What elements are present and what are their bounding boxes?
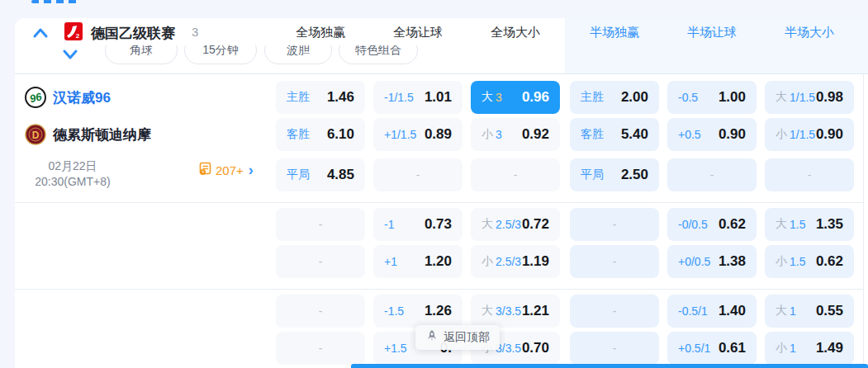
more-markets-link[interactable]: 207+ › [198, 160, 254, 180]
odds-cell[interactable]: -1/1.51.01 [373, 81, 462, 114]
league-match-count: 3 [192, 25, 198, 39]
odds-cell-empty: - [765, 158, 854, 191]
odds-value: 0.70 [522, 340, 549, 356]
over-under-label: 大 [776, 90, 787, 105]
odds-cell[interactable]: +1/1.50.89 [373, 118, 462, 151]
odds-cell-empty: - [276, 245, 365, 278]
over-under-line: 2.5/3 [496, 255, 521, 268]
odds-value: 0.98 [816, 89, 843, 106]
odds-cell-empty: - [570, 245, 659, 278]
odds-cell[interactable]: 大1/1.50.98 [765, 81, 854, 114]
filter-pill-corners[interactable]: 角球 [105, 45, 178, 64]
home-team-row[interactable]: 96 汉诺威96 [25, 81, 111, 114]
column-header-half-handicap[interactable]: 半场让球 [667, 25, 757, 40]
over-under-label: 小 [776, 341, 787, 356]
odds-value: 4.85 [327, 167, 354, 183]
table-right-divider [863, 74, 864, 368]
odds-cell[interactable]: 大2.5/30.72 [471, 208, 560, 241]
match-date: 02月22日 [21, 158, 124, 174]
odds-label: +0/0.5 [678, 255, 710, 268]
odds-cell[interactable]: 客胜6.10 [276, 118, 365, 151]
odds-cell-empty: - [667, 158, 757, 191]
odds-cell[interactable]: -1.51.26 [373, 295, 462, 328]
more-markets-count: 207+ [216, 163, 244, 177]
odds-label: 主胜 [287, 90, 310, 105]
odds-label: 平局 [581, 167, 604, 182]
back-to-top-button[interactable]: 返回顶部 [415, 325, 500, 350]
empty-dash: - [416, 168, 420, 182]
league-logo-icon: 2 [64, 22, 83, 40]
away-team-row[interactable]: D 德累斯顿迪纳摩 [25, 118, 151, 151]
odds-cell[interactable]: 大10.55 [765, 295, 854, 328]
odds-cell[interactable]: +11.20 [373, 245, 462, 278]
home-team-name[interactable]: 汉诺威96 [53, 88, 111, 107]
odds-value: 1.20 [425, 253, 452, 270]
over-under-label: 大 [776, 217, 787, 232]
odds-cell[interactable]: +0/0.51.38 [667, 245, 757, 278]
empty-dash: - [514, 168, 518, 182]
empty-dash: - [319, 342, 323, 355]
odds-cell[interactable]: 大1.51.35 [765, 208, 854, 241]
empty-dash: - [319, 218, 323, 231]
column-header-full-1x2[interactable]: 全场独赢 [276, 25, 365, 40]
filter-pill-correct-score[interactable]: 波胆 [264, 45, 332, 64]
over-under-label: 大 [481, 217, 493, 232]
filter-pill-15min[interactable]: 15分钟 [184, 45, 257, 64]
odds-cell[interactable]: 小30.92 [471, 118, 560, 151]
market-filter-band: 角球 15分钟 波胆 特色组合 [15, 45, 868, 74]
odds-value: 0.73 [425, 216, 452, 233]
odds-value: 0.62 [816, 253, 843, 270]
league-header-bar: 2 德国乙级联赛 3 全场独赢 全场让球 全场大小 半场独赢 半场让球 半场大小 [15, 18, 868, 45]
expand-button[interactable] [61, 48, 79, 63]
group-divider [15, 202, 863, 203]
svg-text:2: 2 [76, 32, 80, 40]
filter-pill-special-combo[interactable]: 特色组合 [339, 45, 418, 64]
league-name[interactable]: 德国乙级联赛 [91, 24, 175, 43]
column-header-half-1x2[interactable]: 半场独赢 [570, 25, 659, 40]
odds-cell[interactable]: +0.50.90 [667, 118, 757, 151]
odds-cell[interactable]: 平局4.85 [276, 158, 365, 191]
back-to-top-label: 返回顶部 [443, 330, 490, 345]
odds-label: +1/1.5 [384, 128, 416, 141]
odds-cell[interactable]: 小2.5/31.19 [471, 245, 560, 278]
odds-cell[interactable]: 主胜1.46 [276, 81, 365, 114]
odds-table: 96 汉诺威96 D 德累斯顿迪纳摩 02月22日 20:30(GMT+8) [15, 74, 868, 368]
odds-cell-empty: - [570, 332, 659, 365]
over-under-label: 大 [481, 304, 493, 318]
odds-cell[interactable]: 主胜2.00 [570, 81, 659, 114]
odds-value: 1.35 [816, 216, 843, 233]
odds-cell[interactable]: -10.73 [373, 208, 462, 241]
empty-dash: - [319, 304, 323, 318]
odds-value: 0.92 [522, 126, 549, 143]
odds-cell[interactable]: 平局2.50 [570, 158, 659, 191]
odds-cell[interactable]: 大3/3.51.21 [471, 295, 560, 328]
column-header-full-handicap[interactable]: 全场让球 [373, 25, 462, 40]
odds-cell[interactable]: -0.51.00 [667, 81, 757, 114]
odds-cell[interactable]: -0/0.50.62 [667, 208, 757, 241]
odds-value: 0.96 [522, 89, 549, 106]
odds-cell[interactable]: 小1.50.62 [765, 245, 854, 278]
collapse-league-button[interactable] [31, 26, 50, 40]
odds-cell-selected[interactable]: 大30.96 [471, 81, 560, 114]
away-team-name[interactable]: 德累斯顿迪纳摩 [53, 125, 151, 144]
odds-value: 0.90 [816, 126, 843, 143]
odds-label: +0.5 [678, 128, 701, 141]
over-under-line: 1 [790, 342, 796, 355]
empty-dash: - [613, 304, 617, 318]
over-under-line: 1/1.5 [790, 128, 815, 141]
column-header-half-overunder[interactable]: 半场大小 [765, 25, 854, 40]
odds-cell[interactable]: 小1/1.50.90 [765, 118, 854, 151]
odds-cell-empty: - [570, 295, 659, 328]
odds-label: +0.5/1 [678, 342, 710, 355]
odds-cell[interactable]: 小11.49 [765, 332, 854, 365]
over-under-line: 1/1.5 [790, 91, 815, 104]
odds-cell[interactable]: +0.5/10.61 [667, 332, 757, 365]
odds-cell[interactable]: -0.5/11.40 [667, 295, 757, 328]
column-header-full-overunder[interactable]: 全场大小 [471, 25, 560, 40]
odds-cell[interactable]: 客胜5.40 [570, 118, 659, 151]
odds-label: -1/1.5 [384, 91, 414, 104]
odds-cell-empty: - [471, 158, 560, 191]
match-datetime: 02月22日 20:30(GMT+8) [21, 158, 124, 191]
over-under-label: 大 [481, 90, 493, 105]
filter-pill-label: 波胆 [287, 45, 310, 58]
